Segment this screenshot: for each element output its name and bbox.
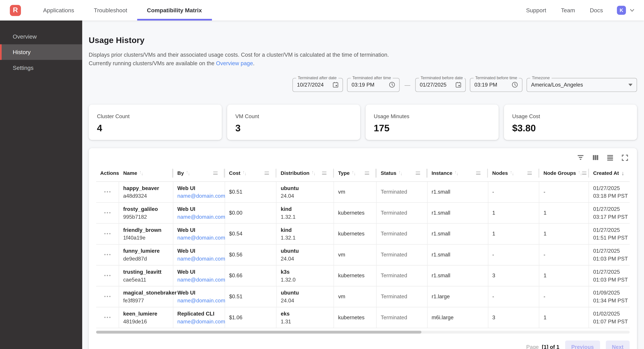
row-actions-button[interactable]: [102, 273, 112, 278]
field-label: Terminated after time: [351, 75, 392, 80]
row-actions-button[interactable]: [102, 231, 112, 236]
cell-status: Terminated: [377, 265, 428, 286]
row-actions-button[interactable]: [102, 190, 112, 194]
column-header-distribution[interactable]: Distribution↑↓: [276, 165, 334, 181]
columns-icon[interactable]: [593, 155, 598, 160]
cell-nodes: -: [488, 286, 540, 307]
column-menu-icon[interactable]: [582, 171, 586, 175]
cell-nodes: 1: [488, 203, 540, 223]
terminated-after-date-field[interactable]: Terminated after date 10/27/2024: [292, 78, 343, 92]
page-description: Displays prior clusters/VMs and their as…: [89, 50, 410, 68]
cell-nodes: -: [488, 182, 540, 202]
density-icon[interactable]: [607, 155, 613, 161]
cell-cost: $0.66: [225, 265, 276, 286]
stat-card-usage-minutes: Usage Minutes 175: [366, 104, 499, 140]
cell-distribution: ubuntu24.04: [277, 286, 334, 307]
row-actions-button[interactable]: [102, 211, 112, 215]
cell-node_groups: -: [540, 244, 589, 265]
stat-card-vm-count: VM Count 3: [227, 104, 360, 140]
column-header-name[interactable]: Name↑↓: [119, 165, 173, 181]
column-menu-icon[interactable]: [322, 171, 326, 175]
cell-name: frosty_galileo995b7182: [119, 203, 173, 223]
calendar-icon[interactable]: [333, 82, 338, 88]
table-row: frosty_galileo995b7182Web UIname@domain.…: [96, 203, 630, 224]
column-menu-icon[interactable]: [213, 171, 218, 175]
dropdown-arrow-icon: [628, 83, 632, 86]
table-row: magical_stonebrakerfe3f8977Web UIname@do…: [96, 286, 630, 307]
cell-name: happy_beavera48d9324: [119, 182, 173, 202]
sidebar-item-overview[interactable]: Overview: [0, 29, 82, 44]
next-page-button[interactable]: Next: [606, 341, 630, 349]
clock-icon[interactable]: [389, 82, 395, 88]
column-header-created[interactable]: Created At↓: [589, 165, 630, 181]
column-header-status[interactable]: Status↑↓: [376, 165, 427, 181]
cell-status: Terminated: [377, 182, 428, 202]
cell-status: Terminated: [377, 224, 428, 244]
fullscreen-icon[interactable]: [622, 155, 628, 161]
secondary-nav: Support Team Docs K: [511, 6, 644, 15]
stat-value: 3: [235, 123, 352, 134]
user-email-link[interactable]: name@domain.com: [177, 193, 220, 199]
cell-distribution: kind1.32.1: [276, 203, 334, 223]
table-row: trusting_leavittcae5ea11Web UIname@domai…: [96, 265, 630, 286]
sort-icon: ↑↓: [454, 171, 458, 175]
cell-type: vm: [334, 244, 377, 265]
terminated-before-date-field[interactable]: Terminated before date 01/27/2025: [415, 78, 466, 92]
nav-link-support[interactable]: Support: [526, 7, 546, 13]
row-actions-button[interactable]: [102, 252, 112, 257]
column-header-type[interactable]: Type↑↓: [334, 165, 377, 181]
user-email-link[interactable]: name@domain.com: [178, 297, 220, 304]
calendar-icon[interactable]: [456, 82, 461, 88]
nav-link-team[interactable]: Team: [561, 7, 575, 13]
cell-type: vm: [334, 286, 377, 307]
row-actions-button[interactable]: [102, 294, 112, 299]
nav-tab-compatibility-matrix[interactable]: Compatibility Matrix: [137, 0, 212, 20]
user-email-link[interactable]: name@domain.com: [177, 318, 220, 325]
cell-distribution: kind1.32.1: [276, 224, 334, 244]
sort-icon: ↑↓: [312, 171, 316, 175]
sidebar-item-history[interactable]: History: [0, 44, 82, 60]
user-email-link[interactable]: name@domain.com: [177, 277, 220, 283]
column-menu-icon[interactable]: [528, 171, 532, 175]
timezone-select[interactable]: Timezone America/Los_Angeles: [526, 78, 637, 92]
column-header-node_groups[interactable]: Node Groups↑↓: [540, 165, 589, 181]
column-menu-icon[interactable]: [264, 171, 269, 175]
table-row: keen_lumiere4819de16Replicated CLIname@d…: [96, 307, 630, 328]
user-menu[interactable]: K: [617, 6, 635, 15]
page-indicator: Page [1] of 1: [526, 344, 560, 349]
main-content: Usage History Displays prior clusters/VM…: [82, 20, 644, 349]
sidebar-item-settings[interactable]: Settings: [0, 60, 82, 75]
clock-icon[interactable]: [512, 82, 518, 88]
column-menu-icon[interactable]: [365, 171, 369, 175]
field-label: Timezone: [530, 75, 551, 80]
filter-icon[interactable]: [577, 155, 584, 160]
cell-distribution: ubuntu24.04: [276, 182, 334, 202]
terminated-before-time-field[interactable]: Terminated before time 03:19 PM: [470, 78, 522, 92]
scrollbar-thumb[interactable]: [96, 331, 422, 334]
nav-tab-applications[interactable]: Applications: [33, 0, 84, 20]
pagination: Page [1] of 1 Previous Next: [96, 334, 630, 349]
user-email-link[interactable]: name@domain.com: [177, 214, 220, 220]
column-menu-icon[interactable]: [416, 171, 420, 175]
row-actions-button[interactable]: [102, 315, 112, 320]
column-menu-icon[interactable]: [476, 171, 480, 175]
column-header-nodes[interactable]: Nodes↑↓: [488, 165, 540, 181]
stat-label: Cluster Count: [97, 113, 214, 119]
nav-link-docs[interactable]: Docs: [590, 7, 603, 13]
user-email-link[interactable]: name@domain.com: [177, 235, 220, 241]
cell-nodes: 3: [488, 265, 540, 286]
field-value: 03:19 PM: [352, 82, 374, 88]
cell-created: 01/09/202501:34 PM PST: [589, 286, 630, 307]
cell-instance: r1.small: [428, 182, 488, 202]
cell-actions: [96, 286, 119, 307]
column-header-cost[interactable]: Cost↑↓: [225, 165, 276, 181]
filter-bar: Terminated after date 10/27/2024 Termina…: [89, 78, 637, 92]
previous-page-button[interactable]: Previous: [565, 341, 600, 349]
column-header-by[interactable]: By↑↓: [173, 165, 225, 181]
nav-tab-troubleshoot[interactable]: Troubleshoot: [84, 0, 137, 20]
column-header-instance[interactable]: Instance↑↓: [428, 165, 488, 181]
terminated-after-time-field[interactable]: Terminated after time 03:19 PM: [347, 78, 400, 92]
app-logo[interactable]: R: [10, 5, 21, 16]
overview-page-link[interactable]: Overview page: [216, 60, 253, 67]
user-email-link[interactable]: name@domain.com: [177, 255, 220, 262]
